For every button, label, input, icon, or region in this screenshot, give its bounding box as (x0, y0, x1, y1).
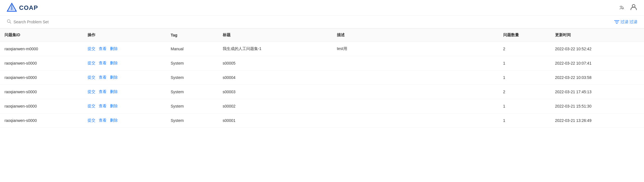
cell-desc (332, 56, 499, 70)
cell-id: raoqianwen-s0000 (0, 56, 83, 70)
problem-set-table: 问题集ID 操作 Tag 标题 描述 问题数量 更新时间 raoqianwen-… (0, 28, 644, 128)
cell-tag: System (166, 99, 218, 113)
col-header-id: 问题集ID (0, 29, 83, 42)
action-查看[interactable]: 查看 (99, 104, 107, 109)
filter-text: 过滤 (629, 19, 637, 24)
search-icon (7, 19, 11, 25)
cell-title: 我生成的人工问题集-1 (218, 42, 332, 56)
search-bar: 过滤 过滤 (0, 16, 644, 28)
svg-line-7 (10, 22, 11, 23)
action-删除[interactable]: 删除 (110, 46, 118, 51)
action-提交[interactable]: 提交 (88, 104, 95, 109)
cell-count: 1 (499, 56, 551, 70)
cell-title: s00004 (218, 70, 332, 85)
cell-count: 2 (499, 42, 551, 56)
logo: COAP (7, 3, 38, 13)
table-header: 问题集ID 操作 Tag 标题 描述 问题数量 更新时间 (0, 29, 644, 42)
action-查看[interactable]: 查看 (99, 61, 107, 66)
cell-time: 2022-03-22 10:03:58 (551, 70, 644, 85)
cell-id: raoqianwen-s0000 (0, 113, 83, 128)
action-删除[interactable]: 删除 (110, 118, 118, 123)
cell-title: s00003 (218, 85, 332, 99)
action-删除[interactable]: 删除 (110, 75, 118, 80)
action-提交[interactable]: 提交 (88, 89, 95, 94)
user-icon[interactable] (630, 3, 637, 12)
col-header-tag: Tag (166, 29, 218, 42)
search-input[interactable] (13, 20, 614, 24)
cell-title: s00005 (218, 56, 332, 70)
cell-time: 2022-03-21 13:26:49 (551, 113, 644, 128)
cell-desc (332, 113, 499, 128)
header-right: 文 A (619, 3, 637, 12)
header: COAP 文 A (0, 0, 644, 16)
cell-time: 2022-03-21 17:45:13 (551, 85, 644, 99)
logo-text: COAP (19, 4, 38, 12)
cell-desc (332, 99, 499, 113)
table-row: raoqianwen-s0000提交查看删除Systems0000512022-… (0, 56, 644, 70)
col-header-ops: 操作 (83, 29, 166, 42)
col-header-time: 更新时间 (551, 29, 644, 42)
cell-ops: 提交查看删除 (83, 85, 166, 99)
action-提交[interactable]: 提交 (88, 75, 95, 80)
cell-tag: System (166, 56, 218, 70)
cell-time: 2022-03-21 15:51:30 (551, 99, 644, 113)
cell-id: raoqianwen-m0000 (0, 42, 83, 56)
cell-desc (332, 70, 499, 85)
action-提交[interactable]: 提交 (88, 118, 95, 123)
action-查看[interactable]: 查看 (99, 89, 107, 94)
cell-desc: test用 (332, 42, 499, 56)
col-header-desc: 描述 (332, 29, 499, 42)
cell-title: s00002 (218, 99, 332, 113)
table-row: raoqianwen-s0000提交查看删除Systems0000322022-… (0, 85, 644, 99)
search-input-wrap (7, 19, 614, 25)
action-查看[interactable]: 查看 (99, 75, 107, 80)
cell-time: 2022-03-22 10:52:42 (551, 42, 644, 56)
filter-label: 过滤 (620, 19, 628, 24)
cell-ops: 提交查看删除 (83, 99, 166, 113)
cell-tag: Manual (166, 42, 218, 56)
cell-id: raoqianwen-s0000 (0, 85, 83, 99)
cell-ops: 提交查看删除 (83, 70, 166, 85)
filter-icon (614, 20, 619, 24)
cell-tag: System (166, 113, 218, 128)
action-删除[interactable]: 删除 (110, 89, 118, 94)
filter-button[interactable]: 过滤 过滤 (614, 19, 637, 24)
logo-icon (7, 3, 17, 13)
action-查看[interactable]: 查看 (99, 118, 107, 123)
action-删除[interactable]: 删除 (110, 61, 118, 66)
cell-tag: System (166, 70, 218, 85)
cell-count: 2 (499, 85, 551, 99)
cell-tag: System (166, 85, 218, 99)
cell-count: 1 (499, 113, 551, 128)
cell-count: 1 (499, 99, 551, 113)
cell-count: 1 (499, 70, 551, 85)
cell-ops: 提交查看删除 (83, 56, 166, 70)
action-查看[interactable]: 查看 (99, 46, 107, 51)
cell-ops: 提交查看删除 (83, 113, 166, 128)
action-提交[interactable]: 提交 (88, 61, 95, 66)
col-header-count: 问题数量 (499, 29, 551, 42)
cell-title: s00001 (218, 113, 332, 128)
table-wrap: 问题集ID 操作 Tag 标题 描述 问题数量 更新时间 raoqianwen-… (0, 28, 644, 128)
table-row: raoqianwen-s0000提交查看删除Systems0000112022-… (0, 113, 644, 128)
table-row: raoqianwen-m0000提交查看删除Manual我生成的人工问题集-1t… (0, 42, 644, 56)
cell-desc (332, 85, 499, 99)
action-删除[interactable]: 删除 (110, 104, 118, 109)
cell-time: 2022-03-22 10:07:41 (551, 56, 644, 70)
cell-id: raoqianwen-s0000 (0, 70, 83, 85)
col-header-title: 标题 (218, 29, 332, 42)
cell-ops: 提交查看删除 (83, 42, 166, 56)
action-提交[interactable]: 提交 (88, 46, 95, 51)
table-row: raoqianwen-s0000提交查看删除Systems0000212022-… (0, 99, 644, 113)
svg-text:A: A (622, 7, 624, 10)
translate-icon[interactable]: 文 A (619, 4, 625, 12)
cell-id: raoqianwen-s0000 (0, 99, 83, 113)
table-row: raoqianwen-s0000提交查看删除Systems0000412022-… (0, 70, 644, 85)
table-body: raoqianwen-m0000提交查看删除Manual我生成的人工问题集-1t… (0, 42, 644, 128)
